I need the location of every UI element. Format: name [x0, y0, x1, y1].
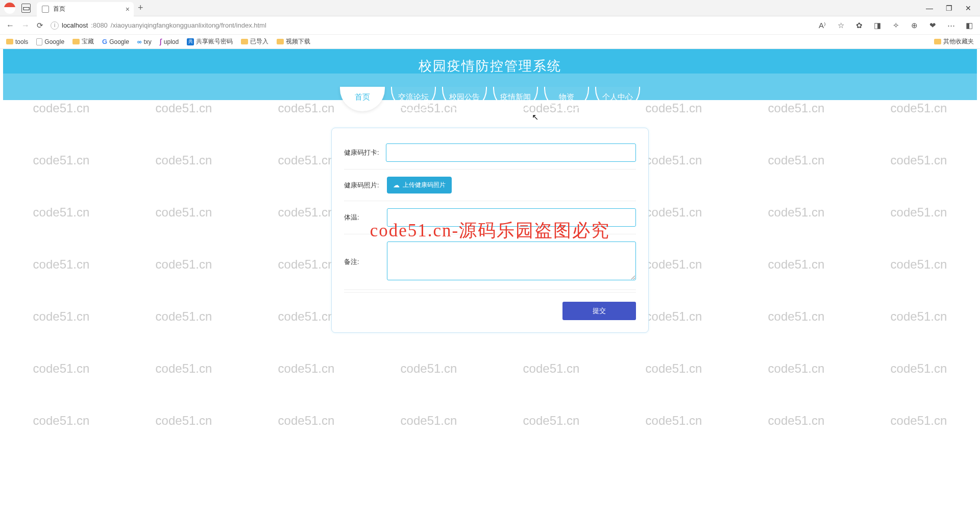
new-tab-button[interactable]: + [138, 3, 143, 13]
bookmark-other[interactable]: 其他收藏夹 [934, 37, 974, 46]
tab-title: 首页 [53, 5, 65, 13]
nav-item-4[interactable]: 物资 [544, 87, 589, 111]
row-health-photo: 健康码照片: ☁ 上传健康码照片 [344, 170, 636, 201]
watermark-text: code51.cn [0, 361, 122, 376]
watermark-text: code51.cn [612, 361, 735, 376]
folder-icon [277, 39, 284, 44]
row-temperature: 体温: [344, 201, 636, 234]
watermark-text: code51.cn [857, 257, 980, 272]
performance-icon[interactable]: ❤ [928, 21, 937, 30]
bookmark-video[interactable]: 视频下载 [277, 37, 310, 46]
nav-item-1[interactable]: 交流论坛 [391, 87, 436, 111]
watermark-text: code51.cn [0, 153, 122, 167]
forward-button: → [21, 21, 30, 30]
browser-tab[interactable]: 首页 × [37, 2, 134, 16]
nav-item-0[interactable]: 首页 [340, 87, 385, 111]
watermark-text: code51.cn [0, 309, 122, 324]
maximize-button[interactable]: ❐ [945, 5, 952, 12]
watermark-text: code51.cn [735, 361, 857, 376]
label-remark: 备注: [344, 257, 387, 267]
watermark-text: code51.cn [368, 414, 490, 428]
favorite-icon[interactable]: ☆ [836, 21, 845, 30]
bookmark-tools[interactable]: tools [6, 38, 28, 45]
share-icon: 共 [187, 38, 194, 45]
upload-photo-button[interactable]: ☁ 上传健康码照片 [387, 177, 452, 194]
row-health-checkin: 健康码打卡: [344, 136, 636, 170]
url-input[interactable]: i localhost:8080/xiaoyuanyiqingfangkongg… [51, 21, 811, 30]
nav-item-3[interactable]: 疫情新闻 [493, 87, 538, 111]
site-title: 校园疫情防控管理系统 [3, 49, 977, 75]
uplod-icon: ʃ [160, 38, 162, 45]
split-icon[interactable]: ◨ [873, 21, 882, 30]
minimize-button[interactable]: — [926, 5, 933, 12]
folder-icon [6, 39, 13, 44]
bookmark-baozang[interactable]: 宝藏 [72, 37, 94, 46]
watermark-text: code51.cn [368, 361, 490, 376]
label-temperature: 体温: [344, 213, 387, 222]
watermark-text: code51.cn [735, 414, 857, 428]
bookmark-share[interactable]: 共共享账号密码 [187, 37, 233, 46]
watermark-text: code51.cn [245, 414, 368, 428]
close-icon[interactable]: × [126, 5, 130, 13]
read-aloud-icon[interactable]: A⁾ [818, 21, 827, 30]
watermark-text: code51.cn [490, 361, 612, 376]
browser-titlebar: ▭ 首页 × + — ❐ ✕ [0, 0, 980, 16]
watermark-text: code51.cn [122, 205, 245, 220]
watermark-text: code51.cn [857, 309, 980, 324]
bookmarks-bar: tools Google 宝藏 GGoogle ∞txy ʃuplod 共共享账… [0, 35, 980, 49]
nav-item-2[interactable]: 校园公告 [442, 87, 487, 111]
bookmark-imported[interactable]: 已导入 [241, 37, 268, 46]
form-card: 健康码打卡: 健康码照片: ☁ 上传健康码照片 体温: 备注: 提交 code5… [331, 128, 649, 333]
watermark-text: code51.cn [857, 361, 980, 376]
tab-overview-icon[interactable]: ▭ [21, 4, 31, 13]
watermark-text: code51.cn [122, 153, 245, 167]
label-health-checkin: 健康码打卡: [344, 148, 386, 157]
site-banner: 校园疫情防控管理系统 首页交流论坛校园公告疫情新闻物资个人中心 [3, 49, 977, 100]
folder-icon [241, 39, 248, 44]
mouse-cursor-icon: ↖ [532, 112, 538, 122]
url-host: localhost [62, 21, 88, 29]
nav-item-5[interactable]: 个人中心 [595, 87, 640, 111]
address-bar: ← → ⟳ i localhost:8080/xiaoyuanyiqingfan… [0, 16, 980, 35]
page-content: code51.cncode51.cncode51.cncode51.cncode… [0, 49, 980, 532]
close-window-button[interactable]: ✕ [965, 5, 972, 12]
txy-icon: ∞ [137, 38, 142, 45]
url-port: :8080 [91, 21, 108, 29]
watermark-text: code51.cn [857, 414, 980, 428]
folder-icon [72, 39, 80, 44]
watermark-text: code51.cn [122, 361, 245, 376]
reload-button[interactable]: ⟳ [37, 21, 43, 30]
profile-avatar[interactable] [4, 3, 15, 14]
watermark-text: code51.cn [122, 257, 245, 272]
input-temperature[interactable] [387, 208, 636, 227]
watermark-text: code51.cn [735, 205, 857, 220]
extension-icon[interactable]: ✿ [854, 21, 864, 30]
watermark-text: code51.cn [0, 257, 122, 272]
watermark-text: code51.cn [245, 361, 368, 376]
back-button[interactable]: ← [6, 21, 14, 30]
more-icon[interactable]: ⋯ [946, 21, 955, 30]
bookmark-txy[interactable]: ∞txy [137, 38, 152, 45]
watermark-text: code51.cn [0, 414, 122, 428]
sidebar-icon[interactable]: ◧ [965, 21, 974, 30]
submit-row: 提交 [344, 292, 636, 320]
watermark-text: code51.cn [735, 101, 857, 115]
bookmark-google[interactable]: Google [36, 38, 64, 45]
submit-button[interactable]: 提交 [562, 302, 636, 320]
watermark-text: code51.cn [0, 205, 122, 220]
upload-btn-label: 上传健康码照片 [403, 181, 446, 189]
bookmark-google2[interactable]: GGoogle [102, 38, 129, 45]
input-health-checkin[interactable] [386, 143, 636, 162]
watermark-text: code51.cn [490, 414, 612, 428]
watermark-text: code51.cn [612, 414, 735, 428]
page-icon [36, 38, 42, 45]
site-info-icon[interactable]: i [51, 21, 59, 30]
row-remark: 备注: [344, 234, 636, 290]
collections-icon[interactable]: ✧ [891, 21, 900, 30]
bookmark-uplod[interactable]: ʃuplod [160, 38, 179, 45]
sync-icon[interactable]: ⊕ [910, 21, 919, 30]
watermark-text: code51.cn [0, 101, 122, 115]
cloud-upload-icon: ☁ [393, 181, 400, 189]
toolbar-icons: A⁾ ☆ ✿ ◨ ✧ ⊕ ❤ ⋯ ◧ [818, 21, 974, 30]
textarea-remark[interactable] [387, 241, 636, 280]
